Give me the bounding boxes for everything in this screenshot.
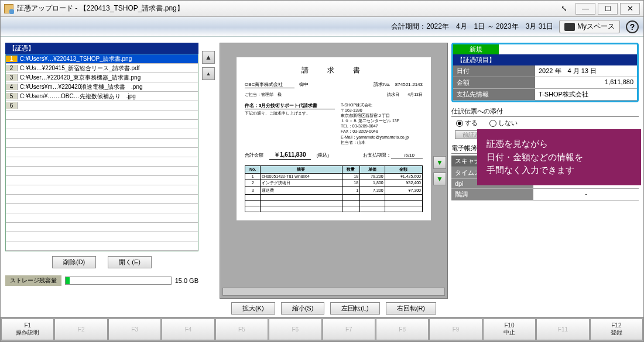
file-row-num: 6 [6, 102, 18, 109]
doc-line-table: No. 摘要 数量 単価 金額 1ci-is0051432-T81 win8x6… [245, 165, 423, 212]
file-row-num: 2 [6, 65, 18, 71]
maximize-button[interactable]: ☐ [598, 3, 618, 15]
myspace-label: Myスペース [577, 22, 615, 32]
amount-label: 金額 [453, 77, 535, 88]
open-button[interactable]: 開く(E) [108, 256, 152, 268]
file-row-empty [6, 120, 198, 129]
file-row-empty [6, 223, 198, 232]
zoom-in-button[interactable]: 拡大(K) [231, 302, 275, 315]
rotate-right-button[interactable]: 右回転(R) [386, 302, 436, 315]
accounting-period: 会計期間：2022年 4月 1日 ～ 2023年 3月 31日 [391, 22, 553, 32]
myspace-button[interactable]: Myスペース [559, 20, 620, 33]
date-field-row: 日付 2022 年 4 月 13 日 [453, 65, 637, 77]
file-row-num: 5 [6, 93, 18, 99]
fkey-f9[interactable]: F9 [429, 319, 482, 340]
file-row-path: C:¥Us…¥220415_新宿総合リース_請求書.pdf [18, 64, 140, 72]
hint-callout: 証憑を見ながら 日付・金額などの情報を 手間なく入力できます [477, 129, 641, 185]
date-label: 日付 [453, 65, 535, 77]
storage-indicator: ストレージ残容量 15.0 GB [5, 275, 198, 286]
file-row[interactable]: 6 [6, 101, 198, 110]
collapse-icon[interactable]: ⤡ [561, 4, 567, 13]
preview-bottom-button[interactable]: ▼ [433, 172, 446, 185]
delete-button[interactable]: 削除(D) [52, 256, 96, 268]
preview-hscrollbar[interactable] [222, 288, 445, 296]
payee-field-row: 支払先情報 T-SHOP株式会社 [453, 89, 637, 101]
date-input[interactable]: 2022 年 4 月 13 日 [535, 65, 637, 77]
fkey-f1[interactable]: F1操作説明 [1, 319, 54, 340]
file-list-header: 【証憑】 [5, 43, 198, 54]
th: 金額 [385, 165, 422, 173]
file-list-panel: 【証憑】 1 C:¥Users¥…¥220413_TSHOP_請求書.png 2… [5, 43, 198, 315]
storage-value: 15.0 GB [175, 277, 198, 284]
doc-company: OBC商事株式会社 [245, 81, 294, 88]
rotate-left-button[interactable]: 左回転(L) [330, 302, 379, 315]
file-row[interactable]: 5 C:¥Users¥…….OBC…先複数候補あり .jpg [6, 92, 198, 101]
file-row-path: C:¥Users¥m…¥220420浪速電機_請求書 .png [18, 83, 143, 91]
payee-label: 支払先情報 [453, 89, 535, 100]
minimize-button[interactable]: — [576, 3, 595, 15]
fields-header: 【証憑項目】 [453, 54, 637, 65]
invoice-document: 請 求 書 OBC商事株式会社 御中 請求No. 874521-2143 ご担当… [237, 57, 431, 220]
radio-label: する [465, 119, 478, 127]
attach-no-radio[interactable]: しない [489, 119, 518, 127]
people-icon [564, 23, 575, 31]
doc-contact: ご担当：管理部 様 [245, 92, 282, 98]
content-area: 【証憑】 1 C:¥Users¥…¥220413_TSHOP_請求書.png 2… [1, 37, 643, 317]
file-row[interactable]: 4 C:¥Users¥m…¥220420浪速電機_請求書 .png [6, 82, 198, 92]
fkey-f5[interactable]: F5 [215, 319, 268, 340]
file-row-empty [6, 204, 198, 213]
doc-date: 4月13日 [403, 92, 423, 96]
fkey-f12[interactable]: F12登録 [590, 319, 643, 340]
fkey-f3[interactable]: F3 [108, 319, 161, 340]
titlebar: 証憑アップロード - 【220413_TSHOP_請求書.png】 ⤡ — ☐ … [1, 1, 643, 17]
th: 数量 [342, 165, 360, 173]
doc-addr1: 東京都新宿区西新宿２丁目 [341, 113, 423, 118]
file-row-empty [6, 148, 198, 157]
move-up-button[interactable]: ▲ [202, 67, 215, 80]
help-button[interactable]: ? [626, 20, 639, 33]
fkey-f6[interactable]: F6 [269, 319, 321, 340]
file-row-empty [6, 176, 198, 185]
doc-addr2: １０－８ 第二センタービル 13F [341, 118, 423, 123]
zoom-out-button[interactable]: 縮小(S) [281, 302, 325, 315]
attach-yes-radio[interactable]: する [456, 119, 478, 127]
fkey-f2[interactable]: F2 [54, 319, 107, 340]
doc-subject-note: 下記の通り、ご請求申し上げます。 [245, 110, 335, 116]
file-row[interactable]: 1 C:¥Users¥…¥220413_TSHOP_請求書.png [6, 54, 198, 64]
ebook-label: 階調 [451, 189, 533, 200]
storage-label: ストレージ残容量 [5, 275, 61, 286]
doc-onchu: 御中 [299, 82, 309, 87]
fkey-f11[interactable]: F11 [536, 319, 589, 340]
doc-tel: TEL：03-3209-0047 [341, 123, 423, 129]
doc-invno: 874521-2143 [395, 82, 423, 87]
file-row-empty [6, 139, 198, 148]
app-icon [4, 4, 13, 13]
fkey-f10[interactable]: F10中止 [483, 319, 536, 340]
file-row[interactable]: 3 C:¥User…¥220420_東京事務機器_請求書.png [6, 73, 198, 82]
doc-total: ￥1,611,830 [269, 151, 311, 160]
file-list[interactable]: 1 C:¥Users¥…¥220413_TSHOP_請求書.png 2 C:¥U… [5, 54, 198, 251]
file-row[interactable]: 2 C:¥Us…¥220415_新宿総合リース_請求書.pdf [6, 64, 198, 73]
fkey-f8[interactable]: F8 [376, 319, 429, 340]
doc-total-label: 合計金額 [245, 152, 263, 158]
doc-person: 担当者：山本 [341, 140, 423, 145]
fkey-f7[interactable]: F7 [323, 319, 375, 340]
doc-zip: 〒163-1390 [341, 108, 423, 113]
fkey-f4[interactable]: F4 [162, 319, 214, 340]
radio-label: しない [498, 119, 518, 127]
preview-down-button[interactable]: ▼ [433, 156, 446, 169]
preview-panel: 請 求 書 OBC商事株式会社 御中 請求No. 874521-2143 ご担当… [220, 43, 448, 315]
file-row-empty [6, 241, 198, 251]
doc-fax: FAX：03-3209-0048 [341, 129, 423, 134]
doc-email: E-Mail：yamamoto@yamamoto.co.jp [341, 134, 423, 140]
doc-taxnote: (税込) [317, 152, 329, 158]
amount-input[interactable]: 1,611,880 [535, 77, 637, 88]
new-badge: 新規 [453, 44, 499, 54]
close-button[interactable]: ✕ [620, 3, 640, 15]
payee-input[interactable]: T-SHOP株式会社 [535, 89, 637, 100]
amount-field-row: 金額 1,611,880 [453, 77, 637, 89]
doc-date-label: 請求日 [387, 92, 399, 96]
move-top-button[interactable]: ▲ [202, 51, 215, 64]
reorder-arrows: ▲ ▲ [202, 43, 216, 315]
preview-viewport[interactable]: 請 求 書 OBC商事株式会社 御中 請求No. 874521-2143 ご担当… [220, 43, 448, 299]
